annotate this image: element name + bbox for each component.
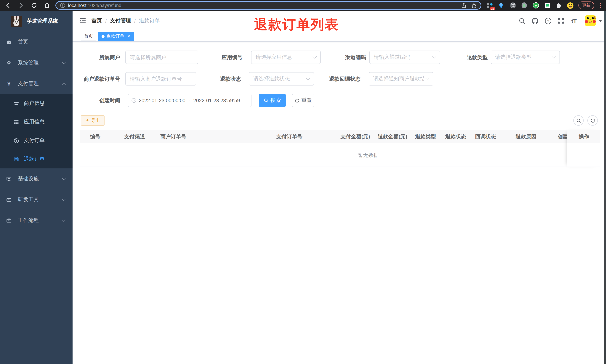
date-range-separator: - [188, 97, 191, 103]
empty-text: 暂无数据 [358, 143, 379, 167]
breadcrumb-separator: / [134, 18, 136, 24]
browser-menu-icon[interactable] [599, 3, 602, 8]
breadcrumb-pay[interactable]: 支付管理 [110, 17, 131, 24]
browser-toolbar: localhost:1024/pay/refund 10 [0, 0, 606, 11]
toggle-search-circle-button[interactable] [573, 115, 584, 126]
sidebar-item-label: 系统管理 [18, 60, 39, 66]
app-logo [11, 15, 22, 27]
bookmark-star-icon[interactable] [471, 2, 477, 8]
window-edge-scrollbar[interactable] [604, 11, 606, 364]
url-text[interactable]: localhost:1024/pay/refund [68, 3, 461, 8]
extension-command-icon[interactable] [509, 2, 516, 9]
header-search-icon[interactable] [518, 17, 526, 25]
yen-circle-icon [14, 138, 19, 143]
export-button[interactable]: 导出 [81, 115, 105, 126]
app-placeholder: 请选择应用信息 [256, 54, 311, 61]
refund-status-label: 退款状态 [182, 72, 241, 86]
notify-status-select[interactable]: 请选择通知商户退款结果的 [369, 72, 433, 86]
notify-status-placeholder: 请选择通知商户退款结果的 [373, 76, 424, 82]
profile-emoji-icon[interactable] [567, 2, 574, 9]
start-date-value[interactable]: 2022-01-23 00:00:00 [139, 98, 186, 103]
th-refund-type: 退款类型 [415, 130, 436, 143]
sidebar-item-label: 支付订单 [24, 137, 45, 144]
notify-status-label: 退款回调状态 [301, 72, 360, 86]
site-info-icon[interactable] [60, 3, 66, 8]
reset-button[interactable]: 重置 [292, 94, 314, 107]
app-logo-row[interactable]: 芋道管理系统 [0, 11, 73, 32]
navbar: 首页 / 支付管理 / 退款订单 ? [73, 11, 606, 31]
channel-label: 渠道编码 [306, 51, 366, 64]
browser-update-button[interactable]: 更新 [579, 1, 594, 9]
chevron-down-icon [62, 197, 66, 201]
table-header-row: 编号 支付渠道 商户订单号 支付订单号 支付金额(元) 退款金额(元) 退款类型… [80, 130, 600, 143]
sidebar-item-label: 首页 [18, 39, 28, 45]
sidebar-item-label: 工作流程 [18, 217, 39, 224]
merchant-label: 所属商户 [61, 51, 120, 64]
breadcrumb-separator: / [105, 18, 107, 24]
address-bar[interactable]: localhost:1024/pay/refund [55, 1, 481, 10]
extension-tabs-icon[interactable]: 10 [486, 2, 493, 9]
briefcase-icon [6, 218, 12, 223]
font-size-icon[interactable]: tT [570, 17, 578, 25]
sidebar-item-workflow[interactable]: 工作流程 [0, 210, 73, 231]
search-button[interactable]: 搜索 [259, 94, 286, 107]
create-time-range-picker[interactable]: 2022-01-23 00:00:00 - 2022-01-23 23:59:5… [128, 94, 251, 107]
tag-home[interactable]: 首页 [81, 32, 96, 41]
tag-refund-order[interactable]: 退款订单 [98, 32, 134, 41]
grid-table-icon [14, 119, 19, 125]
sidebar-fold-icon[interactable] [73, 11, 92, 31]
browser-reload-icon[interactable] [29, 0, 39, 10]
export-button-label: 导出 [91, 117, 100, 124]
active-dot [102, 35, 105, 38]
end-date-value[interactable]: 2022-01-23 23:59:59 [193, 98, 240, 103]
create-time-label: 创建时间 [61, 94, 120, 107]
chevron-down-icon [62, 176, 66, 180]
user-menu[interactable] [585, 15, 602, 26]
extension-yuque-icon[interactable]: y [532, 2, 539, 9]
breadcrumb: 首页 / 支付管理 / 退款订单 [92, 17, 160, 24]
page-content: 所属商户 应用编号 请选择应用信息 渠道编码 请输入渠道编码 退款类型 请选择退… [73, 42, 606, 364]
y-letter: y [535, 3, 537, 7]
dashboard-icon [6, 39, 12, 45]
refresh-circle-button[interactable] [587, 115, 598, 126]
th-refund-amount: 退款金额(元) [378, 130, 407, 143]
app-title: 芋道管理系统 [27, 18, 58, 25]
sidebar-item-devtools[interactable]: 研发工具 [0, 189, 73, 210]
chevron-down-icon [62, 218, 66, 221]
th-callback-status: 回调状态 [475, 130, 496, 143]
sidebar-item-app-info[interactable]: 应用信息 [0, 113, 73, 131]
extensions-puzzle-icon[interactable] [555, 2, 562, 9]
th-action: 操作 [567, 130, 600, 143]
th-refund-status: 退款状态 [445, 130, 466, 143]
yen-icon: ¥ [6, 81, 12, 86]
github-icon[interactable] [531, 17, 539, 25]
extension-gem-icon[interactable] [498, 2, 504, 9]
sidebar-item-pay-order[interactable]: 支付订单 [0, 131, 73, 150]
browser-back-icon[interactable] [3, 0, 13, 10]
sidebar-item-infra[interactable]: 基础设施 [0, 169, 73, 189]
sidebar-item-label: 商户信息 [24, 100, 45, 107]
fullscreen-icon[interactable] [557, 17, 565, 25]
help-icon[interactable]: ? [544, 17, 552, 25]
extension-chat-icon[interactable] [544, 2, 551, 9]
share-icon[interactable] [461, 3, 466, 8]
browser-forward-icon[interactable] [16, 0, 26, 10]
chevron-down-icon [425, 76, 430, 80]
tag-close-icon[interactable] [127, 34, 131, 39]
monitor-chart-icon [6, 176, 12, 182]
chevron-down-icon [552, 54, 556, 59]
refund-type-select[interactable]: 请选择退款类型 [491, 51, 560, 64]
avatar [585, 15, 596, 26]
extension-ring-icon[interactable] [521, 2, 527, 9]
refund-type-placeholder: 请选择退款类型 [495, 54, 550, 61]
svg-text:?: ? [547, 19, 549, 23]
shop-icon [14, 101, 19, 106]
sidebar-item-home[interactable]: 首页 [0, 32, 73, 52]
table-empty-row: 暂无数据 [80, 143, 600, 167]
app-label: 应用编号 [183, 51, 243, 64]
channel-placeholder: 请输入渠道编码 [374, 54, 430, 61]
sidebar-item-refund-order[interactable]: 退款订单 [0, 150, 73, 169]
breadcrumb-home[interactable]: 首页 [92, 17, 102, 24]
refund-document-icon [14, 156, 19, 162]
browser-home-icon[interactable] [42, 0, 52, 10]
